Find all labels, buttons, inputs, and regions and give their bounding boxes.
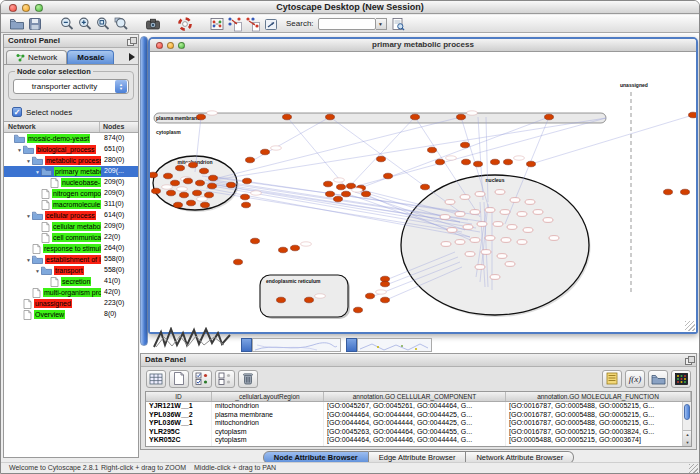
network-window-titlebar[interactable]: primary metabolic process xyxy=(150,39,696,52)
attribute-list-button[interactable] xyxy=(602,370,622,388)
table-scrollbar-thumb[interactable] xyxy=(684,404,690,420)
folder-icon xyxy=(14,134,25,143)
disclosure-triangle-icon[interactable]: ▼ xyxy=(25,158,32,164)
tree-column-nodes[interactable]: Nodes xyxy=(100,122,138,132)
disclosure-triangle-icon[interactable]: ▼ xyxy=(25,257,32,263)
search-settings-button[interactable] xyxy=(389,15,407,32)
status-pan-hint: Middle-click + drag to PAN xyxy=(194,464,276,471)
minimized-window-1[interactable] xyxy=(241,338,341,352)
table-vertical-scrollbar[interactable]: ▲▼ xyxy=(682,402,691,446)
control-panel: Control Panel Network Mosaic Node color … xyxy=(3,34,139,458)
tree-row[interactable]: cellular metabol209(0) xyxy=(4,221,138,232)
node-color-selection-label: Node color selection xyxy=(15,67,93,76)
svg-text:cytoplasm: cytoplasm xyxy=(156,129,181,135)
disclosure-triangle-icon[interactable]: ▼ xyxy=(16,147,23,153)
snapshot-button[interactable] xyxy=(144,15,162,32)
tree-row[interactable]: nucleobase-209(0) xyxy=(4,177,138,188)
desktop-vertical-scrollbar[interactable] xyxy=(140,36,148,346)
zoom-fit-button[interactable] xyxy=(94,15,112,32)
table-cell: YPL036W__2 xyxy=(146,411,212,420)
network-tab-icon xyxy=(16,53,25,62)
tree-row[interactable]: ▼metabolic process280(0) xyxy=(4,155,138,166)
tree-row[interactable]: unassigned223(0) xyxy=(4,298,138,309)
table-cell: [GO:0016787, GO:0005488, GO:0005215, G..… xyxy=(506,419,691,428)
data-panel: Data Panel f(x) ID_cellularLayoutRegiona… xyxy=(140,353,697,450)
disclosure-triangle-icon[interactable]: ▼ xyxy=(34,169,41,175)
tree-row[interactable]: Overview8(0) xyxy=(4,309,138,320)
tree-row-label: mosaic-demo-yeast xyxy=(27,134,90,143)
table-row[interactable]: YLR295Ccytoplasm[GO:0045263, GO:0044464,… xyxy=(146,428,691,437)
tree-row[interactable]: response to stimulu264(0) xyxy=(4,243,138,254)
folder-icon xyxy=(41,167,52,176)
search-dropdown-button[interactable]: ▼ xyxy=(376,18,387,30)
help-button[interactable] xyxy=(176,15,194,32)
zoom-selected-button[interactable] xyxy=(112,15,130,32)
select-nodes-checkbox[interactable]: ✓ xyxy=(12,107,22,117)
table-column-header[interactable]: _cellularLayoutRegion xyxy=(212,392,324,401)
zoom-in-icon xyxy=(77,16,93,32)
function-builder-button[interactable]: f(x) xyxy=(625,370,645,388)
table-cell: [GO:0044464, GO:0044444, GO:0044425, G..… xyxy=(324,419,506,428)
view-settings-button[interactable] xyxy=(262,15,280,32)
tree-row[interactable]: mosaic-demo-yeast874(0) xyxy=(4,133,138,144)
zoom-out-button[interactable] xyxy=(58,15,76,32)
tree-row-count: 264(0) xyxy=(101,243,138,254)
table-column-header[interactable]: annotation.GO MOLECULAR_FUNCTION xyxy=(506,392,691,401)
table-row[interactable]: YJR121W__1mitochondrion[GO:0045267, GO:0… xyxy=(146,402,691,411)
open-button[interactable] xyxy=(8,15,26,32)
tab-overflow-arrow-icon[interactable] xyxy=(129,53,135,61)
table-row[interactable]: YPL036W__2plasma membrane[GO:0044464, GO… xyxy=(146,411,691,420)
table-scrollbar-arrows[interactable]: ▲▼ xyxy=(683,430,692,446)
window-resize-grip[interactable] xyxy=(685,321,695,331)
float-panel-icon[interactable] xyxy=(127,37,135,45)
table-row[interactable]: YDR039C__1mitochondrion[GO:0044464, GO:0… xyxy=(146,445,691,448)
tree-row[interactable]: ▼transport558(0) xyxy=(4,265,138,276)
disclosure-triangle-icon[interactable]: ▼ xyxy=(25,213,32,219)
unselect-attributes-button[interactable] xyxy=(215,370,235,388)
table-column-header[interactable]: ID xyxy=(146,392,212,401)
tree-row[interactable]: ▼cellular process614(0) xyxy=(4,210,138,221)
tree-row[interactable]: nitrogen compo209(0) xyxy=(4,188,138,199)
table-column-header[interactable]: annotation.GO CELLULAR_COMPONENT xyxy=(324,392,506,401)
attribute-matrix-button[interactable] xyxy=(671,370,691,388)
tree-row[interactable]: cell communicat22(0) xyxy=(4,232,138,243)
attribute-table-button[interactable] xyxy=(146,370,166,388)
disclosure-triangle-icon[interactable]: ▼ xyxy=(34,268,41,274)
save-icon xyxy=(27,16,43,32)
network-canvas[interactable]: plasma membranecytoplasmmitochondrionnuc… xyxy=(150,52,696,332)
tab-mosaic[interactable]: Mosaic xyxy=(67,50,114,64)
layout-1-icon xyxy=(227,16,243,32)
table-cell: [GO:0005488, GO:0005215, GO:0003674] xyxy=(506,436,691,445)
app-resize-grip[interactable] xyxy=(689,464,698,473)
attribute-table[interactable]: ID_cellularLayoutRegionannotation.GO CEL… xyxy=(145,391,692,447)
table-row[interactable]: YKR052Ccytoplasm[GO:0044464, GO:0044446,… xyxy=(146,436,691,445)
tree-column-network[interactable]: Network xyxy=(4,122,100,132)
new-attribute-button[interactable] xyxy=(169,370,189,388)
search-input[interactable] xyxy=(318,18,376,30)
select-attributes-icon xyxy=(195,372,209,385)
table-row[interactable]: YPL036W__1mitochondrion[GO:0044464, GO:0… xyxy=(146,419,691,428)
zoom-in-button[interactable] xyxy=(76,15,94,32)
tab-network[interactable]: Network xyxy=(6,50,67,64)
attribute-list-icon xyxy=(606,372,618,385)
network-tree[interactable]: mosaic-demo-yeast874(0)▼biological_proce… xyxy=(4,133,138,457)
tree-row[interactable]: secretion41(0) xyxy=(4,276,138,287)
select-attributes-button[interactable] xyxy=(192,370,212,388)
save-button[interactable] xyxy=(26,15,44,32)
tree-row[interactable]: ▼primary metabo209(... xyxy=(4,166,138,177)
delete-attribute-button[interactable] xyxy=(238,370,258,388)
control-panel-tabs: Network Mosaic xyxy=(4,48,138,65)
tree-row[interactable]: macromolecule311(0) xyxy=(4,199,138,210)
tree-row[interactable]: ▼establishment of lo558(0) xyxy=(4,254,138,265)
import-attributes-button[interactable] xyxy=(648,370,668,388)
tree-row-label: macromolecule xyxy=(52,200,101,209)
layout-2-button[interactable] xyxy=(244,15,262,32)
tree-row[interactable]: multi-organism pro42(0) xyxy=(4,287,138,298)
tree-row[interactable]: ▼biological_process651(0) xyxy=(4,144,138,155)
network-overview-button[interactable] xyxy=(208,15,226,32)
layout-1-button[interactable] xyxy=(226,15,244,32)
float-data-panel-icon[interactable] xyxy=(685,356,693,364)
minimized-window-2[interactable] xyxy=(346,338,432,352)
table-cell: YPL036W__1 xyxy=(146,419,212,428)
node-color-dropdown[interactable]: transporter activity ▲▼ xyxy=(13,79,129,94)
